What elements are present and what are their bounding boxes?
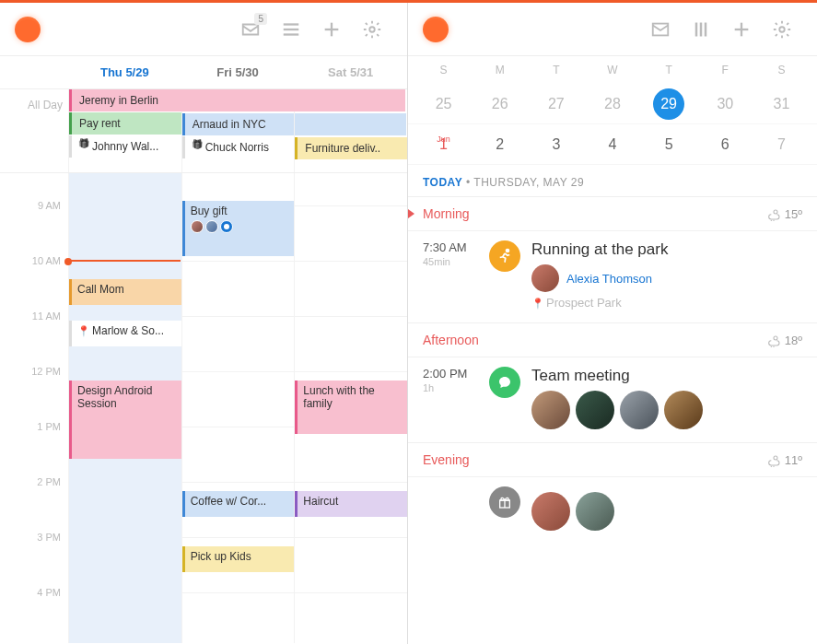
menu-button[interactable] [271, 9, 311, 50]
month-label: Jun [437, 135, 450, 144]
allday-event[interactable]: Furniture deliv.. [295, 137, 407, 159]
allday-event[interactable]: Chuck Norris [182, 136, 295, 158]
sunrise-logo [15, 17, 41, 42]
hour-label: 11 AM [32, 310, 61, 322]
date-cell[interactable]: 28 [584, 96, 640, 112]
hour-gutter: 9 AM 10 AM 11 AM 12 PM 1 PM 2 PM 3 PM 4 … [0, 173, 68, 643]
svg-point-17 [774, 336, 777, 340]
weekday: M [472, 64, 528, 76]
svg-point-5 [369, 27, 375, 32]
day-column[interactable]: Buy gift Coffee w/ Cor... Pick up Kids [181, 173, 295, 643]
date-cell[interactable]: 3 [528, 136, 584, 153]
date-cell[interactable]: 26 [472, 96, 528, 112]
allday-label: All Day [0, 89, 68, 172]
event-time: 7:30 AM 45min [423, 240, 489, 310]
svg-point-16 [507, 250, 509, 252]
topbar [408, 3, 817, 56]
weekday: S [753, 64, 810, 76]
inbox-badge: 5 [254, 13, 267, 25]
gift-icon [79, 140, 89, 150]
day-column[interactable]: Lunch with the family Haircut [294, 173, 407, 643]
date-cell-selected[interactable]: 29 [641, 88, 697, 120]
add-button[interactable] [311, 9, 352, 50]
weekday: T [641, 64, 697, 76]
avatar[interactable] [576, 391, 614, 429]
avatar[interactable] [576, 492, 614, 531]
section-morning: Morning 15º [408, 197, 817, 231]
hour-label: 1 PM [37, 421, 61, 432]
sunrise-logo [423, 17, 449, 42]
event[interactable]: Lunch with the family [295, 381, 407, 434]
event[interactable]: Call Mom [69, 279, 181, 305]
date-cell[interactable]: 31 [753, 96, 810, 112]
weekday: S [415, 64, 472, 76]
event-location: 📍Prospect Park [531, 296, 668, 310]
event[interactable]: Haircut [295, 491, 407, 517]
day-header[interactable]: Fri 5/30 [181, 65, 295, 79]
event-title: Running at the park [531, 240, 668, 259]
weekday-row: S M T W T F S [408, 56, 817, 84]
allday-event[interactable]: Jeremy in Berlin [69, 89, 405, 111]
temperature: 11º [766, 452, 802, 467]
hour-label: 2 PM [37, 476, 61, 487]
avatar [531, 264, 559, 292]
avatar[interactable] [531, 492, 570, 531]
date-cell[interactable]: 30 [697, 96, 753, 112]
allday-event[interactable]: Johnny Wal... [69, 135, 181, 158]
calendar-agenda-view: S M T W T F S 25 26 27 28 29 30 31 Jun1 … [408, 3, 817, 644]
settings-button[interactable] [352, 9, 392, 50]
settings-button[interactable] [762, 9, 802, 50]
today-header: TODAY • THURSDAY, MAY 29 [408, 165, 817, 197]
attendee[interactable]: Alexia Thomson [531, 264, 668, 292]
event[interactable]: Coffee w/ Cor... [182, 491, 295, 517]
view-button[interactable] [681, 9, 721, 50]
chat-icon [489, 367, 520, 398]
event[interactable]: Design Android Session [69, 381, 181, 459]
date-cell[interactable]: 25 [415, 96, 472, 112]
day-header[interactable]: Thu 5/29 [68, 65, 181, 79]
gift-icon [489, 486, 520, 518]
mail-button[interactable] [640, 9, 681, 50]
hour-label: 10 AM [32, 255, 61, 266]
date-cell[interactable]: 5 [641, 136, 697, 153]
weekday: F [697, 64, 753, 76]
hour-label: 4 PM [37, 587, 61, 598]
allday-event[interactable]: Pay rent [69, 112, 181, 135]
day-column-today[interactable]: Call Mom 📍Marlow & So... Design Android … [68, 173, 181, 643]
svg-point-20 [774, 456, 777, 460]
hour-label: 3 PM [37, 532, 61, 543]
section-afternoon: Afternoon 18º [408, 323, 817, 357]
calendar-week-view: 5 Thu 5/29 Fri 5/30 Sat 5/31 All Day Jer… [0, 3, 408, 644]
avatar[interactable] [531, 391, 570, 429]
timeline[interactable]: 9 AM 10 AM 11 AM 12 PM 1 PM 2 PM 3 PM 4 … [0, 173, 407, 643]
date-cell[interactable]: 6 [697, 136, 753, 153]
day-header[interactable]: Sat 5/31 [294, 65, 407, 79]
day-headers: Thu 5/29 Fri 5/30 Sat 5/31 [0, 56, 407, 89]
event[interactable]: 📍Marlow & So... [69, 321, 181, 346]
agenda-item[interactable]: 7:30 AM 45min Running at the park Alexia… [408, 231, 817, 323]
event[interactable]: Pick up Kids [182, 546, 295, 572]
date-cell[interactable]: 4 [584, 136, 640, 153]
svg-point-12 [779, 27, 785, 32]
month-row: Jun1 2 3 4 5 6 7 [408, 124, 817, 165]
date-cell[interactable]: 7 [753, 136, 810, 153]
date-cell[interactable]: 2 [472, 136, 528, 153]
pin-icon: 📍 [77, 325, 90, 336]
add-button[interactable] [721, 9, 762, 50]
agenda-item[interactable] [408, 477, 817, 544]
attendee-avatars [531, 391, 703, 429]
allday-section: All Day Jeremy in Berlin Pay rent Johnny… [0, 89, 407, 173]
avatar[interactable] [664, 391, 703, 429]
running-icon [489, 240, 520, 272]
hour-label: 12 PM [31, 366, 61, 377]
attendee-avatars [191, 220, 289, 233]
date-cell[interactable]: Jun1 [415, 136, 472, 153]
inbox-button[interactable]: 5 [230, 9, 271, 50]
weather-icon [766, 452, 781, 467]
month-row: 25 26 27 28 29 30 31 [408, 84, 817, 124]
event[interactable]: Buy gift [182, 201, 295, 256]
date-cell[interactable]: 27 [528, 96, 584, 112]
svg-point-13 [774, 210, 777, 214]
avatar[interactable] [620, 391, 659, 429]
agenda-item[interactable]: 2:00 PM 1h Team meeting [408, 357, 817, 443]
